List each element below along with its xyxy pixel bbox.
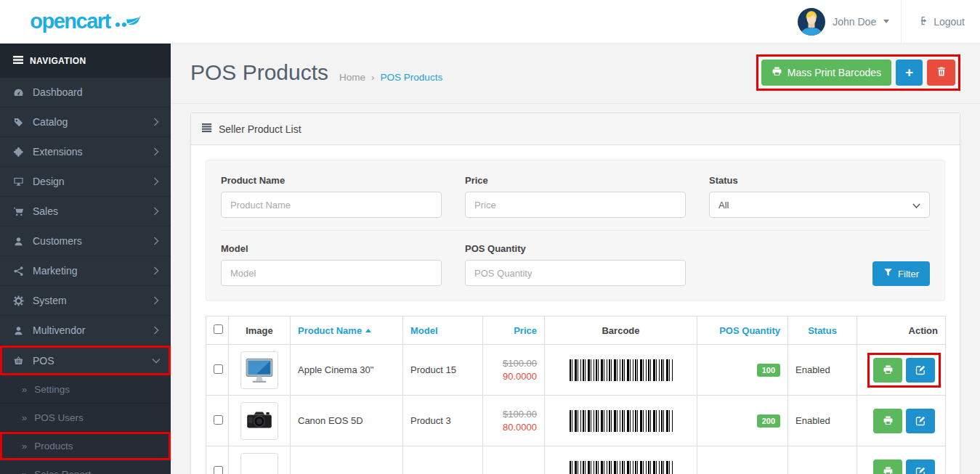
sidebar-subitem-products[interactable]: » Products [0,432,171,460]
user-menu-toggle[interactable]: John Doe [786,0,901,43]
select-all-checkbox[interactable] [214,324,223,334]
product-name-cell: Apple Cinema 30" [291,345,403,396]
product-name-cell: Canon EOS 5D [291,396,403,446]
user-area: John Doe Logout [786,0,980,43]
filter-button[interactable]: Filter [872,261,930,286]
column-header-product-name[interactable]: Product Name [298,325,362,336]
sidebar-item-label: Multivendor [33,324,85,336]
avatar [798,8,825,36]
sidebar-item-multivendor[interactable]: Multivendor [0,316,171,346]
edit-product-button[interactable] [906,358,935,383]
pos-quantity-label: POS Quantity [465,243,686,254]
filter-button-label: Filter [898,269,919,279]
chevron-down-icon [152,358,161,364]
column-header-status[interactable]: Status [808,325,837,336]
seller-product-list-panel: Seller Product List Product Name Price S… [190,113,960,474]
print-barcode-button[interactable] [873,459,902,474]
highlight-box-header-buttons: Mass Print Barcodes + [756,54,960,91]
gear-icon [12,295,25,306]
column-header-barcode: Barcode [545,316,697,345]
logo[interactable]: opencart [0,0,171,43]
sidebar-item-design[interactable]: Design [0,167,171,197]
sidebar-item-sales[interactable]: Sales [0,197,171,226]
list-icon [202,123,212,135]
product-table-wrap: Image Product Name Model Price Barcode P… [206,316,945,474]
sidebar-item-label: POS [33,355,54,367]
column-header-price[interactable]: Price [514,325,537,336]
logout-button[interactable]: Logout [901,0,980,43]
printer-icon [772,66,782,79]
model-input[interactable] [221,260,442,286]
breadcrumb-home[interactable]: Home [339,72,365,83]
desktop-icon [12,176,25,187]
column-header-pos-quantity[interactable]: POS Quantity [719,325,780,336]
main-content: POS Products Home › POS Products Mass Pr… [171,44,980,474]
breadcrumb-current-link[interactable]: POS Products [381,72,443,83]
sidebar-item-pos[interactable]: POS [0,346,171,375]
chevron-right-icon [153,326,159,335]
trash-icon [936,66,947,79]
row-checkbox[interactable] [214,364,223,374]
row-checkbox[interactable] [214,415,223,425]
status-cell: Enabled [788,345,857,396]
hamburger-icon [13,56,23,66]
sidebar-item-label: Dashboard [33,86,83,98]
sidebar-item-customers[interactable]: Customers [0,226,171,256]
delete-button[interactable] [927,60,955,86]
price-input[interactable] [465,192,686,218]
print-barcode-button[interactable] [873,409,902,433]
price-old: $100.00 [490,409,537,420]
sidebar-item-system[interactable]: System [0,286,171,316]
sidebar-subitem-label: Settings [34,384,70,395]
puzzle-icon [12,147,25,158]
user-name: John Doe [833,16,876,28]
row-actions [867,454,941,474]
panel-heading: Seller Product List [191,113,960,145]
sidebar-item-marketing[interactable]: Marketing [0,256,171,286]
sidebar-item-label: Design [33,176,65,187]
panel-body: Product Name Price Status All [191,145,960,474]
price-new: 80.0000 [490,422,537,433]
breadcrumb: Home › POS Products [339,72,442,83]
logout-label: Logout [934,16,965,28]
sidebar-item-label: Sales [33,205,58,217]
status-select-value: All [718,200,729,211]
add-product-button[interactable]: + [896,60,923,86]
sidebar-subitem-pos-users[interactable]: » POS Users [0,404,171,432]
pos-quantity-input[interactable] [465,260,686,286]
sidebar-item-dashboard[interactable]: Dashboard [0,78,171,107]
chevron-right-icon [153,207,159,216]
highlight-box-row-actions [867,353,941,388]
page-title: POS Products [190,60,328,85]
sidebar-subitem-label: Sales Report [34,469,91,474]
model-cell: Product 3 [403,396,483,446]
mass-print-barcodes-button[interactable]: Mass Print Barcodes [761,60,891,86]
edit-product-button[interactable] [906,409,935,433]
product-name-label: Product Name [221,175,442,186]
sidebar-subitem-sales-report[interactable]: » Sales Report [0,460,171,474]
panel-heading-label: Seller Product List [219,123,301,135]
user-icon [12,236,25,247]
column-header-image: Image [229,316,291,345]
chevron-right-icon [153,266,159,275]
filter-product-name-group: Product Name [221,175,442,218]
user-icon [12,325,25,336]
sidebar-item-extensions[interactable]: Extensions [0,137,171,167]
barcode-image [570,359,673,381]
column-header-model[interactable]: Model [410,325,438,336]
product-image-apple-cinema [240,351,278,389]
double-angle-icon: » [22,384,27,395]
plus-icon: + [905,65,913,81]
status-select[interactable]: All [709,192,930,218]
sidebar-item-catalog[interactable]: Catalog [0,107,171,137]
filter-price-group: Price [465,175,686,218]
tag-icon [12,117,25,128]
sidebar-item-label: Marketing [33,265,77,277]
edit-product-button[interactable] [906,459,935,474]
sign-out-icon [917,15,928,28]
product-name-input[interactable] [221,192,442,218]
row-checkbox[interactable] [214,466,223,474]
print-barcode-button[interactable] [873,358,902,383]
page-header: POS Products Home › POS Products Mass Pr… [171,44,980,104]
sidebar-subitem-settings[interactable]: » Settings [0,375,171,404]
